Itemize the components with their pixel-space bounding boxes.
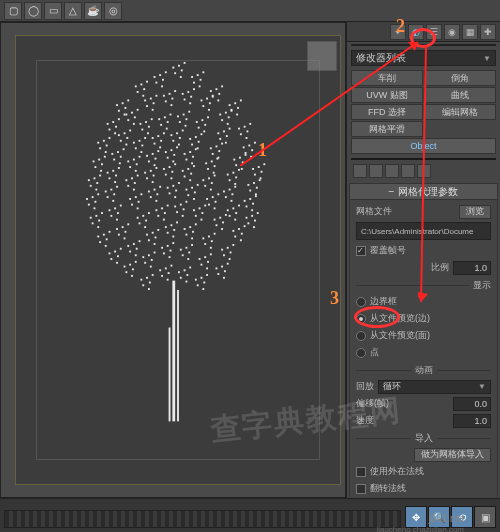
viewcube[interactable] xyxy=(307,41,337,71)
display-bbox-label: 边界框 xyxy=(370,295,397,308)
display-fromfile-edges-radio[interactable] xyxy=(356,314,366,324)
rollout-header[interactable]: − 网格代理参数 xyxy=(350,184,497,200)
mesh-file-label: 网格文件 xyxy=(356,205,392,218)
main-area: ✦ ◐ ☰ ◉ ▦ ✚ VRayProxy_archmodels66_0 修改器… xyxy=(0,22,500,498)
command-tabs: ✦ ◐ ☰ ◉ ▦ ✚ xyxy=(347,22,500,42)
mod-meshsmooth[interactable]: 网格平滑 xyxy=(351,121,423,137)
ratio-spinner[interactable]: 1.0 xyxy=(453,261,491,275)
speed-spinner[interactable]: 1.0 xyxy=(453,414,491,428)
nav-orbit-icon[interactable]: ⟲ xyxy=(451,506,473,528)
tab-modify-icon[interactable]: ◐ xyxy=(408,24,424,40)
mod-ffd[interactable]: FFD 选择 xyxy=(351,104,423,120)
viewport[interactable] xyxy=(0,22,346,498)
safe-frame xyxy=(36,60,320,460)
rollout-mesh-proxy: − 网格代理参数 网格文件 浏览 C:\Users\Administrator\… xyxy=(349,183,498,498)
timeline-slider[interactable] xyxy=(4,510,401,528)
nav-zoom-icon[interactable]: 🔍 xyxy=(428,506,450,528)
configure-sets-icon[interactable] xyxy=(417,164,431,178)
offset-label: 偏移(帧) xyxy=(356,397,389,410)
import-as-mesh-button[interactable]: 做为网格体导入 xyxy=(414,448,491,462)
prim-sphere-icon[interactable]: ◯ xyxy=(24,2,42,20)
viewport-frame xyxy=(15,35,341,485)
mesh-file-path[interactable]: C:\Users\Administrator\Docume xyxy=(356,222,491,240)
status-bar: ✥ 🔍 ⟲ ▣ xyxy=(0,498,500,530)
object-name-field[interactable]: VRayProxy_archmodels66_0 xyxy=(351,44,496,46)
rollout-title: 网格代理参数 xyxy=(398,185,458,199)
prim-cyl-icon[interactable]: ▭ xyxy=(44,2,62,20)
modifier-stack-grid: 车削 倒角 UVW 贴图 曲线 FFD 选择 编辑网格 网格平滑 Object xyxy=(347,68,500,156)
chevron-down-icon: ▼ xyxy=(478,382,486,391)
override-frame-label: 覆盖帧号 xyxy=(370,244,406,257)
mod-editmesh[interactable]: 编辑网格 xyxy=(424,104,496,120)
show-end-result-icon[interactable] xyxy=(369,164,383,178)
display-fromfile-edges-label: 从文件预览(边) xyxy=(370,312,430,325)
browse-button[interactable]: 浏览 xyxy=(459,205,491,219)
offset-spinner[interactable]: 0.0 xyxy=(453,397,491,411)
stack-tool-row xyxy=(347,162,500,179)
chevron-down-icon: ▼ xyxy=(483,54,491,63)
prim-cone-icon[interactable]: △ xyxy=(64,2,82,20)
ratio-label: 比例 xyxy=(431,261,449,274)
override-frame-checkbox[interactable] xyxy=(356,246,366,256)
tab-hierarchy-icon[interactable]: ☰ xyxy=(426,24,442,40)
modifier-list-label: 修改器列表 xyxy=(356,51,406,65)
prim-torus-icon[interactable]: ◎ xyxy=(104,2,122,20)
display-fromfile-faces-label: 从文件预览(面) xyxy=(370,329,430,342)
tab-display-icon[interactable]: ▦ xyxy=(462,24,478,40)
nav-buttons: ✥ 🔍 ⟲ ▣ xyxy=(405,504,500,530)
stack-object[interactable]: Object xyxy=(351,138,496,154)
modifier-list-dropdown[interactable]: 修改器列表 ▼ xyxy=(351,50,496,66)
mod-bevel[interactable]: 倒角 xyxy=(424,70,496,86)
minus-icon: − xyxy=(389,186,395,197)
pin-stack-icon[interactable] xyxy=(353,164,367,178)
top-toolbar: ▢ ◯ ▭ △ ☕ ◎ xyxy=(0,0,500,22)
make-unique-icon[interactable] xyxy=(385,164,399,178)
stack-color-swatch[interactable] xyxy=(351,158,496,160)
mod-turn[interactable]: 车削 xyxy=(351,70,423,86)
nav-max-icon[interactable]: ▣ xyxy=(474,506,496,528)
prim-box-icon[interactable]: ▢ xyxy=(4,2,22,20)
display-section-label: 显示 xyxy=(356,279,491,292)
speed-label: 速度 xyxy=(356,414,374,427)
import-section-label: 导入 xyxy=(356,432,491,445)
tab-utilities-icon[interactable]: ✚ xyxy=(480,24,496,40)
anim-section-label: 动画 xyxy=(356,364,491,377)
tab-motion-icon[interactable]: ◉ xyxy=(444,24,460,40)
loop-label: 回放 xyxy=(356,380,374,393)
display-point-label: 点 xyxy=(370,346,379,359)
use-external-normals-checkbox[interactable] xyxy=(356,467,366,477)
use-external-normals-label: 使用外在法线 xyxy=(370,465,424,478)
remove-mod-icon[interactable] xyxy=(401,164,415,178)
loop-dropdown[interactable]: 循环▼ xyxy=(378,380,491,394)
tab-create-icon[interactable]: ✦ xyxy=(390,24,406,40)
display-point-radio[interactable] xyxy=(356,348,366,358)
flip-normals-label: 翻转法线 xyxy=(370,482,406,495)
nav-pan-icon[interactable]: ✥ xyxy=(405,506,427,528)
display-bbox-radio[interactable] xyxy=(356,297,366,307)
mod-uvw[interactable]: UVW 贴图 xyxy=(351,87,423,103)
prim-teapot-icon[interactable]: ☕ xyxy=(84,2,102,20)
command-panel: ✦ ◐ ☰ ◉ ▦ ✚ VRayProxy_archmodels66_0 修改器… xyxy=(346,22,500,498)
display-fromfile-faces-radio[interactable] xyxy=(356,331,366,341)
mod-spline[interactable]: 曲线 xyxy=(424,87,496,103)
flip-normals-checkbox[interactable] xyxy=(356,484,366,494)
